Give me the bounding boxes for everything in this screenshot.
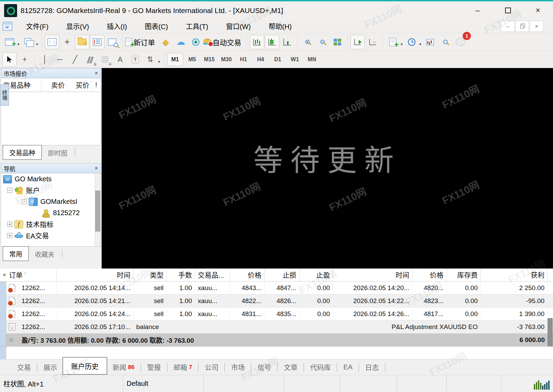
channel-tool[interactable]: ∥∥E (83, 52, 97, 67)
col-bid[interactable]: 卖价 (41, 78, 67, 92)
tab-alerts[interactable]: 警报 (142, 360, 166, 375)
timeframe-m15[interactable]: M15 (202, 53, 217, 66)
signals-button[interactable] (189, 35, 203, 49)
tab-articles[interactable]: 文章 (278, 360, 303, 375)
col-swap[interactable]: 库存费 (447, 269, 481, 281)
collapse-icon[interactable]: − (7, 188, 12, 193)
tab-account-history[interactable]: 账户历史 (63, 357, 107, 375)
chevron-down-icon[interactable]: ▾ (17, 42, 20, 47)
new-chart-button[interactable] (2, 35, 17, 49)
col-profit[interactable]: 获利 (481, 269, 548, 281)
chart-shift-button[interactable] (365, 35, 380, 49)
auto-trading-button[interactable]: 自动交易 (204, 35, 244, 49)
indicators-button[interactable] (386, 35, 400, 49)
periods-button[interactable] (404, 35, 419, 49)
history-row[interactable]: 12262... 2026.02.05 14:21... sell 1.00 x… (0, 295, 553, 308)
menu-file[interactable]: 文件(F) (17, 21, 57, 31)
scrollbar-thumb[interactable] (95, 191, 100, 232)
text-label-tool[interactable]: T (128, 52, 142, 67)
tree-item-accounts[interactable]: − 账户 (1, 185, 101, 196)
crosshair-tool[interactable]: + (17, 52, 32, 67)
chevron-down-icon[interactable]: ▾ (401, 42, 403, 47)
tab-code-base[interactable]: 代码库 (305, 360, 336, 375)
line-chart-button[interactable] (280, 35, 294, 49)
chevron-down-icon[interactable]: ▾ (158, 60, 160, 64)
col-ask[interactable]: 买价 (67, 78, 92, 92)
menu-tools[interactable]: 工具(T) (177, 21, 217, 31)
balance-row[interactable]: ↓ 12262... 2026.02.05 17:10... balance P… (0, 321, 553, 334)
col-open-price[interactable]: 价格 (230, 269, 265, 281)
cursor-tool[interactable] (2, 52, 17, 67)
minimize-button[interactable]: – (463, 1, 493, 19)
trendline-tool[interactable]: ╱ (68, 52, 82, 67)
chevron-down-icon[interactable]: ▾ (36, 42, 38, 47)
tab-exposure[interactable]: 展示 (38, 360, 63, 375)
timeframe-m1[interactable]: M1 (167, 53, 183, 66)
expand-icon[interactable]: + (7, 222, 12, 227)
metaeditor-button[interactable]: ◆ (158, 35, 173, 49)
tab-experts[interactable]: EA (338, 361, 358, 374)
bar-chart-button[interactable] (250, 35, 264, 49)
tab-market[interactable]: 市场 (226, 360, 250, 375)
tab-symbols[interactable]: 交易品种 (3, 145, 42, 160)
col-alert[interactable]: ! (92, 78, 101, 92)
auto-scroll-button[interactable] (350, 35, 365, 49)
child-minimize-button[interactable]: – (501, 21, 515, 32)
child-restore-button[interactable] (515, 21, 529, 32)
history-row[interactable]: 12262... 2026.02.05 14:24... sell 1.00 x… (0, 308, 553, 321)
menu-view[interactable]: 显示(V) (57, 21, 98, 31)
strategy-tester-button[interactable] (105, 35, 119, 49)
tree-item-indicators[interactable]: + 技术指标 (1, 219, 101, 230)
market-watch-list[interactable] (1, 92, 101, 145)
search-button[interactable] (438, 35, 452, 49)
timeframe-m30[interactable]: M30 (219, 53, 234, 66)
col-open-time[interactable]: 时间 (56, 269, 133, 281)
timeframe-h1[interactable]: H1 (236, 53, 252, 66)
arrows-tool[interactable]: ⇅ (143, 52, 157, 67)
navigator-scrollbar[interactable] (95, 173, 101, 246)
terminal-toggle[interactable] (90, 35, 104, 49)
zoom-out-button[interactable]: − (315, 35, 330, 49)
fibonacci-tool[interactable]: F (98, 52, 112, 67)
text-tool[interactable]: A (113, 52, 127, 67)
new-order-button[interactable]: 新订单 (125, 35, 158, 49)
tree-item-account[interactable]: 8125272 (1, 207, 101, 219)
horizontal-line-tool[interactable]: ─ (53, 52, 67, 67)
menu-insert[interactable]: 插入(I) (98, 21, 136, 31)
col-close-price[interactable]: 价格 (412, 269, 447, 281)
tab-common[interactable]: 常用 (3, 246, 29, 261)
data-window-button[interactable]: + (60, 35, 74, 49)
col-lots[interactable]: 手数 (167, 269, 195, 281)
col-close-time[interactable]: 时间 (333, 269, 412, 281)
status-profile[interactable]: Default (123, 375, 204, 392)
col-symbol[interactable]: 交易品... (195, 269, 230, 281)
tab-tick-chart[interactable]: 即时图 (42, 146, 74, 160)
tab-signals[interactable]: 信号 (252, 360, 276, 375)
cloud-button[interactable]: ☁ (173, 35, 188, 49)
child-close-button[interactable]: × (530, 21, 543, 32)
terminal-scrollbar-thumb[interactable] (548, 318, 553, 347)
close-button[interactable]: × (523, 1, 553, 19)
close-icon[interactable]: × (95, 165, 98, 171)
timeframe-d1[interactable]: D1 (270, 53, 286, 66)
col-sl[interactable]: 止损 (265, 269, 299, 281)
tab-company[interactable]: 公司 (199, 360, 224, 375)
collapse-icon[interactable]: − (22, 199, 27, 204)
timeframe-h4[interactable]: H4 (253, 53, 269, 66)
tab-favorites[interactable]: 收藏夹 (29, 247, 61, 261)
tree-item-platform[interactable]: GO Markets (1, 173, 101, 185)
tile-windows-button[interactable] (330, 35, 345, 49)
col-type[interactable]: 类型 (133, 269, 167, 281)
menu-help[interactable]: 帮助(H) (260, 21, 301, 31)
tab-trade[interactable]: 交易 (12, 360, 36, 375)
chevron-down-icon[interactable]: ▾ (420, 42, 422, 47)
tab-mailbox[interactable]: 邮箱7 (168, 360, 197, 375)
candlestick-button[interactable] (265, 35, 279, 49)
vertical-line-tool[interactable]: │ (38, 52, 52, 67)
menu-charts[interactable]: 图表(C) (136, 21, 177, 31)
zoom-in-button[interactable]: + (300, 35, 314, 49)
templates-button[interactable] (423, 35, 437, 49)
timeframe-mn[interactable]: MN (304, 53, 320, 66)
close-icon[interactable]: × (95, 70, 98, 76)
tab-news[interactable]: 新闻86 (107, 360, 140, 375)
